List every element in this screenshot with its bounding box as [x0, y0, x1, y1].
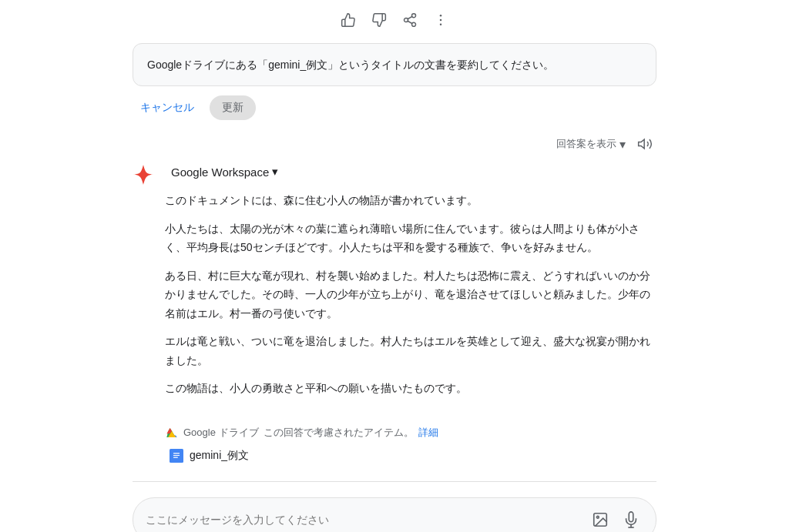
svg-rect-10 — [173, 453, 180, 453]
more-options-icon[interactable] — [430, 9, 452, 31]
divider — [133, 481, 656, 482]
input-area — [133, 497, 656, 532]
svg-marker-8 — [639, 140, 645, 149]
google-drive-icon — [165, 426, 179, 440]
source-detail-link[interactable]: 詳細 — [418, 426, 438, 440]
svg-rect-12 — [173, 457, 178, 457]
prompt-text: Googleドライブにある「gemini_例文」というタイトルの文書を要約してく… — [147, 59, 554, 71]
workspace-chevron-icon: ▾ — [272, 165, 278, 179]
source-file[interactable]: gemini_例文 — [165, 446, 656, 466]
update-button[interactable]: 更新 — [210, 95, 256, 120]
svg-line-4 — [408, 16, 412, 18]
workspace-label: Google Workspace — [171, 166, 269, 179]
cancel-button[interactable]: キャンセル — [134, 96, 200, 119]
share-icon[interactable] — [399, 9, 421, 31]
response-section: Google Workspace ▾ このドキュメントには、森に住む小人の物語が… — [133, 162, 656, 398]
speaker-icon[interactable] — [633, 132, 656, 156]
thumbs-up-icon[interactable] — [337, 9, 359, 31]
svg-point-14 — [596, 516, 599, 518]
svg-point-6 — [440, 19, 442, 22]
prompt-actions: キャンセル 更新 — [133, 95, 656, 120]
response-paragraph-4: エルは竜と戦い、ついに竜を退治しました。村人たちはエルを英雄として迎え、盛大な祝… — [165, 332, 656, 370]
svg-rect-11 — [173, 455, 180, 456]
chevron-down-icon: ▾ — [619, 137, 626, 152]
thumbs-down-icon[interactable] — [368, 9, 390, 31]
image-upload-icon[interactable] — [588, 507, 613, 532]
source-considered-label: この回答で考慮されたアイテム。 — [264, 426, 414, 440]
source-file-name: gemini_例文 — [190, 449, 249, 463]
microphone-icon[interactable] — [619, 507, 643, 532]
svg-point-2 — [412, 22, 416, 26]
svg-point-0 — [412, 14, 416, 18]
message-input[interactable] — [146, 514, 582, 526]
svg-point-5 — [440, 15, 442, 17]
prompt-card: Googleドライブにある「gemini_例文」というタイトルの文書を要約してく… — [133, 43, 656, 86]
response-text: このドキュメントには、森に住む小人の物語が書かれています。 小人たちは、太陽の光… — [165, 191, 656, 398]
source-header: Google ドライブ この回答で考慮されたアイテム。 詳細 — [165, 426, 656, 440]
svg-line-3 — [408, 21, 412, 23]
workspace-dropdown[interactable]: Google Workspace ▾ — [165, 162, 284, 182]
svg-point-1 — [405, 18, 408, 22]
response-body: Google Workspace ▾ このドキュメントには、森に住む小人の物語が… — [165, 162, 656, 398]
response-paragraph-1: このドキュメントには、森に住む小人の物語が書かれています。 — [165, 191, 656, 210]
show-answers-link[interactable]: 回答案を表示 ▾ — [556, 137, 626, 152]
response-header: Google Workspace ▾ — [165, 162, 656, 182]
show-answers-bar: 回答案を表示 ▾ — [133, 132, 656, 156]
response-paragraph-5: この物語は、小人の勇敢さと平和への願いを描いたものです。 — [165, 379, 656, 398]
svg-point-7 — [440, 24, 442, 26]
show-answers-label: 回答案を表示 — [556, 137, 616, 151]
gemini-spark-icon — [133, 163, 154, 187]
message-input-wrapper — [133, 497, 656, 532]
response-paragraph-3: ある日、村に巨大な竜が現れ、村を襲い始めました。村人たちは恐怖に震え、どうすれば… — [165, 266, 656, 323]
source-section: Google ドライブ この回答で考慮されたアイテム。 詳細 gemini_例文 — [165, 426, 656, 466]
response-paragraph-2: 小人たちは、太陽の光が木々の葉に遮られ薄暗い場所に住んでいます。彼らは人間よりも… — [165, 219, 656, 257]
source-drive-label: Google ドライブ — [183, 426, 259, 440]
google-docs-icon — [170, 449, 183, 463]
